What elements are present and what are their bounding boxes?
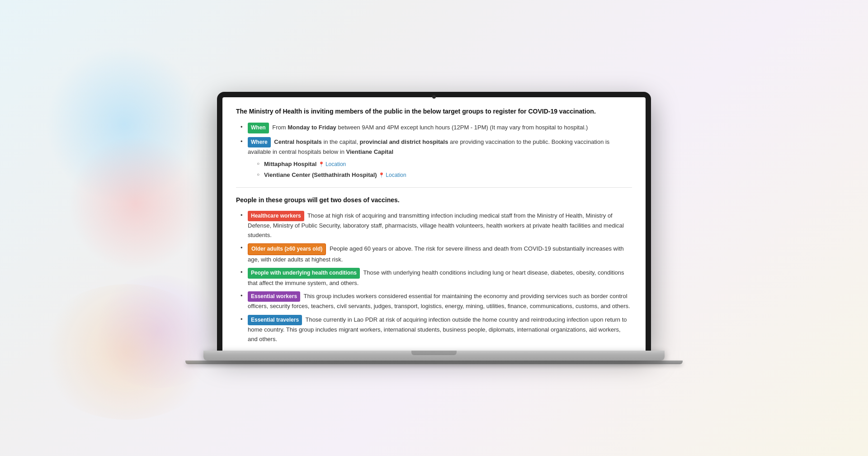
older-adults-badge: Older adults (≥60 years old): [248, 243, 326, 255]
hospital1-location-link[interactable]: Location: [318, 161, 346, 167]
essential-workers-badge: Essential workers: [248, 291, 300, 302]
essential-travelers-badge: Essential travelers: [248, 315, 302, 325]
laptop-base: [203, 351, 665, 361]
laptop-bezel: The Ministry of Health is inviting membe…: [217, 92, 651, 351]
main-heading: The Ministry of Health is inviting membe…: [236, 106, 632, 116]
target-groups-list: Healthcare workers Those at high risk of…: [236, 211, 632, 345]
where-provincial: provincial and district hospitals: [360, 138, 448, 145]
article-content: The Ministry of Health is inviting membe…: [236, 106, 632, 351]
underlying-badge: People with underlying health conditions: [248, 268, 360, 278]
essential-travelers-item: Essential travelers Those currently in L…: [241, 315, 632, 344]
healthcare-workers-item: Healthcare workers Those at high risk of…: [241, 211, 632, 240]
essential-workers-item: Essential workers This group includes wo…: [241, 291, 632, 311]
hospital2-item: Vientiane Center (Setthathirath Hospital…: [257, 171, 632, 180]
hospital1-item: Mittaphap Hospital Location: [257, 160, 632, 169]
where-capital: Vientiane Capital: [346, 148, 394, 155]
doses-heading: People in these groups will get two dose…: [236, 195, 632, 205]
healthcare-badge: Healthcare workers: [248, 211, 304, 221]
older-adults-item: Older adults (≥60 years old) People aged…: [241, 243, 632, 264]
underlying-conditions-item: People with underlying health conditions…: [241, 268, 632, 288]
healthcare-text: Those at high risk of acquiring and tran…: [248, 212, 624, 238]
screen-content[interactable]: The Ministry of Health is inviting membe…: [222, 97, 646, 351]
essential-workers-text: This group includes workers considered e…: [248, 293, 630, 309]
when-days: Monday to Friday: [288, 124, 336, 131]
hospital2-location-link[interactable]: Location: [378, 172, 406, 178]
schedule-list: When From Monday to Friday between 9AM a…: [236, 123, 632, 180]
hospital2-name: Vientiane Center (Setthathirath Hospital…: [264, 171, 377, 178]
essential-travelers-text: Those currently in Lao PDR at risk of ac…: [248, 316, 627, 342]
laptop-foot: [185, 361, 683, 364]
where-badge: Where: [248, 137, 271, 147]
where-central: Central hospitals: [274, 138, 321, 145]
hospital-list: Mittaphap Hospital Location Vientiane Ce…: [248, 160, 632, 180]
divider-1: [236, 187, 632, 188]
when-badge: When: [248, 123, 269, 133]
bg-decoration-purple: [90, 275, 226, 388]
when-text-rest: between 9AM and 4PM except lunch hours (…: [336, 124, 588, 131]
where-item: Where Central hospitals in the capital, …: [241, 137, 632, 180]
hospital1-name: Mittaphap Hospital: [264, 161, 316, 167]
laptop-frame: The Ministry of Health is inviting membe…: [217, 92, 651, 364]
when-item: When From Monday to Friday between 9AM a…: [241, 123, 632, 133]
bg-decoration-pink: [68, 136, 203, 271]
where-text: Central hospitals in the capital, provin…: [248, 138, 609, 155]
when-text-pre: From: [271, 124, 288, 131]
